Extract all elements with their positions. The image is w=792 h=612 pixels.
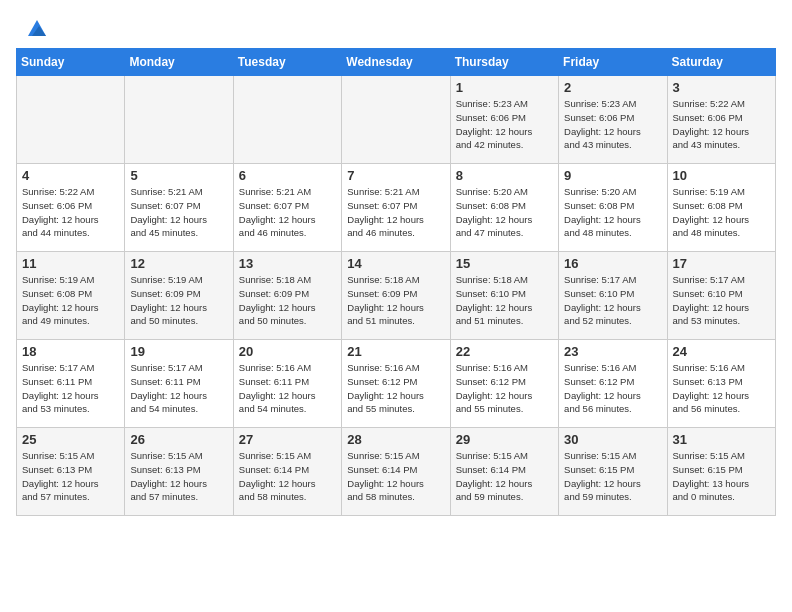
calendar-cell: 2Sunrise: 5:23 AM Sunset: 6:06 PM Daylig… xyxy=(559,76,667,164)
calendar-header-row: SundayMondayTuesdayWednesdayThursdayFrid… xyxy=(17,49,776,76)
calendar-cell: 16Sunrise: 5:17 AM Sunset: 6:10 PM Dayli… xyxy=(559,252,667,340)
calendar-cell: 20Sunrise: 5:16 AM Sunset: 6:11 PM Dayli… xyxy=(233,340,341,428)
day-info: Sunrise: 5:16 AM Sunset: 6:12 PM Dayligh… xyxy=(564,361,661,416)
day-info: Sunrise: 5:19 AM Sunset: 6:08 PM Dayligh… xyxy=(673,185,770,240)
calendar-wrapper: SundayMondayTuesdayWednesdayThursdayFrid… xyxy=(0,48,792,532)
calendar-cell: 7Sunrise: 5:21 AM Sunset: 6:07 PM Daylig… xyxy=(342,164,450,252)
day-header-saturday: Saturday xyxy=(667,49,775,76)
day-number: 7 xyxy=(347,168,444,183)
day-info: Sunrise: 5:17 AM Sunset: 6:11 PM Dayligh… xyxy=(130,361,227,416)
calendar-cell: 6Sunrise: 5:21 AM Sunset: 6:07 PM Daylig… xyxy=(233,164,341,252)
calendar-cell: 19Sunrise: 5:17 AM Sunset: 6:11 PM Dayli… xyxy=(125,340,233,428)
day-number: 9 xyxy=(564,168,661,183)
day-info: Sunrise: 5:16 AM Sunset: 6:13 PM Dayligh… xyxy=(673,361,770,416)
day-number: 18 xyxy=(22,344,119,359)
day-number: 10 xyxy=(673,168,770,183)
calendar-cell: 22Sunrise: 5:16 AM Sunset: 6:12 PM Dayli… xyxy=(450,340,558,428)
calendar-week-row: 4Sunrise: 5:22 AM Sunset: 6:06 PM Daylig… xyxy=(17,164,776,252)
calendar-cell: 17Sunrise: 5:17 AM Sunset: 6:10 PM Dayli… xyxy=(667,252,775,340)
day-info: Sunrise: 5:23 AM Sunset: 6:06 PM Dayligh… xyxy=(564,97,661,152)
day-info: Sunrise: 5:17 AM Sunset: 6:11 PM Dayligh… xyxy=(22,361,119,416)
calendar-week-row: 11Sunrise: 5:19 AM Sunset: 6:08 PM Dayli… xyxy=(17,252,776,340)
day-number: 4 xyxy=(22,168,119,183)
calendar-cell: 15Sunrise: 5:18 AM Sunset: 6:10 PM Dayli… xyxy=(450,252,558,340)
calendar-cell: 24Sunrise: 5:16 AM Sunset: 6:13 PM Dayli… xyxy=(667,340,775,428)
day-number: 2 xyxy=(564,80,661,95)
day-info: Sunrise: 5:15 AM Sunset: 6:13 PM Dayligh… xyxy=(22,449,119,504)
day-number: 5 xyxy=(130,168,227,183)
day-info: Sunrise: 5:15 AM Sunset: 6:15 PM Dayligh… xyxy=(673,449,770,504)
day-number: 19 xyxy=(130,344,227,359)
calendar-table: SundayMondayTuesdayWednesdayThursdayFrid… xyxy=(16,48,776,516)
day-info: Sunrise: 5:18 AM Sunset: 6:09 PM Dayligh… xyxy=(347,273,444,328)
day-info: Sunrise: 5:20 AM Sunset: 6:08 PM Dayligh… xyxy=(564,185,661,240)
day-number: 30 xyxy=(564,432,661,447)
day-info: Sunrise: 5:15 AM Sunset: 6:13 PM Dayligh… xyxy=(130,449,227,504)
day-header-thursday: Thursday xyxy=(450,49,558,76)
day-number: 31 xyxy=(673,432,770,447)
day-info: Sunrise: 5:16 AM Sunset: 6:12 PM Dayligh… xyxy=(347,361,444,416)
calendar-cell: 31Sunrise: 5:15 AM Sunset: 6:15 PM Dayli… xyxy=(667,428,775,516)
day-info: Sunrise: 5:19 AM Sunset: 6:09 PM Dayligh… xyxy=(130,273,227,328)
calendar-cell: 27Sunrise: 5:15 AM Sunset: 6:14 PM Dayli… xyxy=(233,428,341,516)
calendar-cell: 1Sunrise: 5:23 AM Sunset: 6:06 PM Daylig… xyxy=(450,76,558,164)
day-header-wednesday: Wednesday xyxy=(342,49,450,76)
day-info: Sunrise: 5:19 AM Sunset: 6:08 PM Dayligh… xyxy=(22,273,119,328)
day-number: 15 xyxy=(456,256,553,271)
day-number: 16 xyxy=(564,256,661,271)
calendar-cell: 11Sunrise: 5:19 AM Sunset: 6:08 PM Dayli… xyxy=(17,252,125,340)
day-info: Sunrise: 5:15 AM Sunset: 6:14 PM Dayligh… xyxy=(456,449,553,504)
day-header-tuesday: Tuesday xyxy=(233,49,341,76)
calendar-cell: 12Sunrise: 5:19 AM Sunset: 6:09 PM Dayli… xyxy=(125,252,233,340)
day-number: 14 xyxy=(347,256,444,271)
calendar-week-row: 18Sunrise: 5:17 AM Sunset: 6:11 PM Dayli… xyxy=(17,340,776,428)
calendar-cell: 25Sunrise: 5:15 AM Sunset: 6:13 PM Dayli… xyxy=(17,428,125,516)
day-info: Sunrise: 5:20 AM Sunset: 6:08 PM Dayligh… xyxy=(456,185,553,240)
calendar-week-row: 25Sunrise: 5:15 AM Sunset: 6:13 PM Dayli… xyxy=(17,428,776,516)
calendar-cell: 8Sunrise: 5:20 AM Sunset: 6:08 PM Daylig… xyxy=(450,164,558,252)
calendar-cell: 21Sunrise: 5:16 AM Sunset: 6:12 PM Dayli… xyxy=(342,340,450,428)
calendar-cell: 30Sunrise: 5:15 AM Sunset: 6:15 PM Dayli… xyxy=(559,428,667,516)
day-header-friday: Friday xyxy=(559,49,667,76)
day-info: Sunrise: 5:18 AM Sunset: 6:09 PM Dayligh… xyxy=(239,273,336,328)
day-info: Sunrise: 5:17 AM Sunset: 6:10 PM Dayligh… xyxy=(564,273,661,328)
day-number: 3 xyxy=(673,80,770,95)
calendar-cell: 26Sunrise: 5:15 AM Sunset: 6:13 PM Dayli… xyxy=(125,428,233,516)
day-number: 27 xyxy=(239,432,336,447)
calendar-cell: 28Sunrise: 5:15 AM Sunset: 6:14 PM Dayli… xyxy=(342,428,450,516)
day-number: 11 xyxy=(22,256,119,271)
day-number: 25 xyxy=(22,432,119,447)
calendar-cell xyxy=(233,76,341,164)
day-number: 23 xyxy=(564,344,661,359)
day-number: 12 xyxy=(130,256,227,271)
day-info: Sunrise: 5:15 AM Sunset: 6:15 PM Dayligh… xyxy=(564,449,661,504)
calendar-cell: 5Sunrise: 5:21 AM Sunset: 6:07 PM Daylig… xyxy=(125,164,233,252)
calendar-cell: 9Sunrise: 5:20 AM Sunset: 6:08 PM Daylig… xyxy=(559,164,667,252)
day-info: Sunrise: 5:18 AM Sunset: 6:10 PM Dayligh… xyxy=(456,273,553,328)
logo xyxy=(24,18,48,40)
day-number: 20 xyxy=(239,344,336,359)
day-info: Sunrise: 5:21 AM Sunset: 6:07 PM Dayligh… xyxy=(347,185,444,240)
calendar-cell: 13Sunrise: 5:18 AM Sunset: 6:09 PM Dayli… xyxy=(233,252,341,340)
day-info: Sunrise: 5:15 AM Sunset: 6:14 PM Dayligh… xyxy=(239,449,336,504)
day-info: Sunrise: 5:23 AM Sunset: 6:06 PM Dayligh… xyxy=(456,97,553,152)
calendar-cell: 10Sunrise: 5:19 AM Sunset: 6:08 PM Dayli… xyxy=(667,164,775,252)
calendar-cell: 3Sunrise: 5:22 AM Sunset: 6:06 PM Daylig… xyxy=(667,76,775,164)
page-header xyxy=(0,0,792,48)
day-number: 21 xyxy=(347,344,444,359)
day-number: 29 xyxy=(456,432,553,447)
calendar-cell xyxy=(342,76,450,164)
logo-icon xyxy=(26,18,48,40)
calendar-cell: 4Sunrise: 5:22 AM Sunset: 6:06 PM Daylig… xyxy=(17,164,125,252)
day-info: Sunrise: 5:16 AM Sunset: 6:11 PM Dayligh… xyxy=(239,361,336,416)
calendar-cell: 23Sunrise: 5:16 AM Sunset: 6:12 PM Dayli… xyxy=(559,340,667,428)
day-info: Sunrise: 5:15 AM Sunset: 6:14 PM Dayligh… xyxy=(347,449,444,504)
day-number: 8 xyxy=(456,168,553,183)
calendar-cell: 29Sunrise: 5:15 AM Sunset: 6:14 PM Dayli… xyxy=(450,428,558,516)
day-number: 28 xyxy=(347,432,444,447)
calendar-week-row: 1Sunrise: 5:23 AM Sunset: 6:06 PM Daylig… xyxy=(17,76,776,164)
calendar-cell: 14Sunrise: 5:18 AM Sunset: 6:09 PM Dayli… xyxy=(342,252,450,340)
calendar-cell: 18Sunrise: 5:17 AM Sunset: 6:11 PM Dayli… xyxy=(17,340,125,428)
day-info: Sunrise: 5:21 AM Sunset: 6:07 PM Dayligh… xyxy=(239,185,336,240)
day-info: Sunrise: 5:22 AM Sunset: 6:06 PM Dayligh… xyxy=(22,185,119,240)
